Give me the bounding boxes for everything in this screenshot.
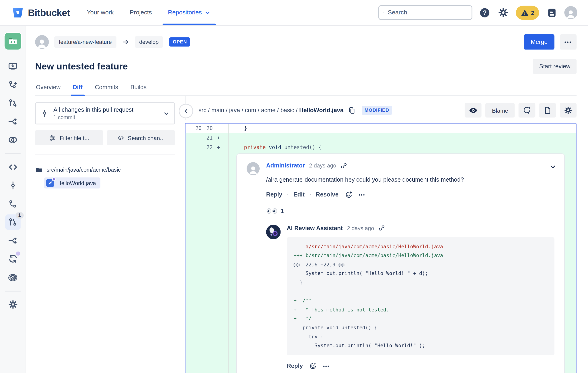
pr-author-avatar[interactable] xyxy=(35,35,49,49)
file-tree-item-selected[interactable]: HelloWorld.java xyxy=(44,177,101,189)
commits-button[interactable] xyxy=(5,178,21,193)
ellipsis-icon: ••• xyxy=(323,364,330,369)
diff-gutter[interactable]: 22+ xyxy=(186,143,229,152)
file-breadcrumb: src / main / java / com / acme / basic /… xyxy=(199,107,344,114)
edit-button[interactable]: Edit xyxy=(294,191,305,198)
person-icon xyxy=(566,8,576,19)
create-branch-icon xyxy=(8,80,17,90)
tab-commits[interactable]: Commits xyxy=(95,84,118,91)
filter-file-tree-button[interactable]: Filter file t... xyxy=(35,130,103,145)
collapse-thread-button[interactable] xyxy=(549,163,557,171)
settings-button[interactable] xyxy=(497,7,509,18)
preview-file-button[interactable] xyxy=(465,103,482,118)
source-button[interactable] xyxy=(5,160,21,175)
comment-more-button[interactable]: ••• xyxy=(359,191,365,198)
bitbucket-logo[interactable]: Bitbucket xyxy=(11,6,70,19)
ai-review-assistant-avatar[interactable] xyxy=(266,225,281,239)
code-line: private void untested() { xyxy=(294,325,377,331)
pr-more-button[interactable]: ••• xyxy=(560,34,576,50)
comment-permalink-button[interactable] xyxy=(340,162,347,169)
comment-actions: Reply · Edit · Resolve xyxy=(266,191,554,199)
arrow-right-icon xyxy=(122,38,129,46)
reply-timestamp: 2 days ago xyxy=(347,225,374,231)
comment-author-link[interactable]: Administrator xyxy=(266,162,305,169)
topnav-actions: ? 2 xyxy=(378,5,577,20)
add-reaction-button[interactable] xyxy=(345,191,353,199)
owl-plugin-button[interactable] xyxy=(5,269,21,285)
commits-icon xyxy=(41,109,49,118)
pull-requests-button[interactable]: 1 xyxy=(5,214,21,230)
comment-indicator-dot xyxy=(52,177,55,181)
code-search-icon xyxy=(117,134,124,141)
reaction-pill[interactable]: 1 xyxy=(266,208,554,214)
diff-settings-button[interactable] xyxy=(560,103,576,118)
source-code-icon xyxy=(8,162,18,172)
comment-author-avatar[interactable] xyxy=(247,162,260,175)
pr-status-badge: OPEN xyxy=(169,37,190,46)
warning-icon xyxy=(521,9,529,17)
warnings-button[interactable]: 2 xyxy=(516,6,539,20)
search-input[interactable] xyxy=(387,9,468,17)
diff-gutter[interactable]: 2020 xyxy=(186,123,229,133)
branches-button[interactable] xyxy=(5,196,21,211)
merge-button[interactable]: Merge xyxy=(524,34,554,50)
blame-button[interactable]: Blame xyxy=(485,103,515,118)
forks-button[interactable] xyxy=(5,233,21,248)
file-status-badge: MODIFIED xyxy=(361,106,392,115)
nav-repositories[interactable]: Repositories xyxy=(168,0,210,25)
global-search[interactable] xyxy=(378,5,472,20)
search-icon xyxy=(383,9,383,16)
reply-more-button[interactable]: ••• xyxy=(323,363,330,370)
ellipsis-icon: ••• xyxy=(359,192,365,198)
brand-name: Bitbucket xyxy=(28,7,70,18)
clone-button[interactable] xyxy=(5,59,21,74)
user-avatar[interactable] xyxy=(564,6,577,19)
repository-avatar[interactable] xyxy=(4,32,22,50)
code-line: + */ xyxy=(294,316,311,322)
create-fork-button[interactable] xyxy=(5,114,21,129)
tab-diff[interactable]: Diff xyxy=(73,84,83,91)
diff-code xyxy=(229,133,576,143)
compare-button[interactable] xyxy=(5,132,21,147)
add-file-comment-button[interactable] xyxy=(518,103,535,118)
file-tree-folder[interactable]: src/main/java/com/acme/basic xyxy=(35,166,175,174)
bitbucket-bucket-icon xyxy=(11,6,24,19)
reply-permalink-button[interactable] xyxy=(378,225,385,231)
add-reaction-button[interactable] xyxy=(309,362,317,370)
chevron-down-icon xyxy=(163,110,169,117)
changes-scope-dropdown[interactable]: All changes in this pull request 1 commi… xyxy=(35,102,175,124)
view-file-button[interactable] xyxy=(539,103,556,118)
diff-line-added: 21+ xyxy=(186,133,576,143)
target-branch-pill[interactable]: develop xyxy=(135,36,163,48)
changelog-button[interactable] xyxy=(546,7,557,18)
pipelines-button[interactable] xyxy=(5,251,21,266)
nav-your-work[interactable]: Your work xyxy=(87,0,114,25)
start-review-button[interactable]: Start review xyxy=(533,59,577,74)
changelog-icon xyxy=(547,7,557,18)
reply-author-name: AI Review Assistant xyxy=(287,225,343,232)
help-button[interactable]: ? xyxy=(479,7,490,18)
repository-avatar-icon xyxy=(4,33,21,50)
create-pull-request-button[interactable] xyxy=(5,95,21,111)
clone-icon xyxy=(8,61,17,71)
code-line: } xyxy=(294,280,303,285)
link-icon xyxy=(378,225,385,231)
nav-projects[interactable]: Projects xyxy=(130,0,152,25)
source-branch-pill[interactable]: feature/a-new-feature xyxy=(54,36,116,48)
code-line: try { xyxy=(294,334,324,340)
tab-builds[interactable]: Builds xyxy=(130,84,147,91)
reply-button[interactable]: Reply xyxy=(266,191,282,198)
warning-count: 2 xyxy=(531,9,534,16)
repository-settings-button[interactable] xyxy=(5,297,21,312)
collapse-file-panel-button[interactable] xyxy=(179,104,193,118)
pull-request-header: feature/a-new-feature develop OPEN Merge… xyxy=(35,34,577,50)
action-separator: · xyxy=(287,191,289,198)
tab-overview[interactable]: Overview xyxy=(36,84,60,91)
file-icon xyxy=(544,106,552,114)
diff-gutter[interactable]: 21+ xyxy=(186,133,229,143)
copy-path-button[interactable] xyxy=(348,107,355,114)
reply-button[interactable]: Reply xyxy=(287,363,303,370)
search-changes-button[interactable]: Search chan... xyxy=(107,130,175,145)
create-branch-button[interactable] xyxy=(5,77,21,92)
resolve-button[interactable]: Resolve xyxy=(316,191,339,198)
